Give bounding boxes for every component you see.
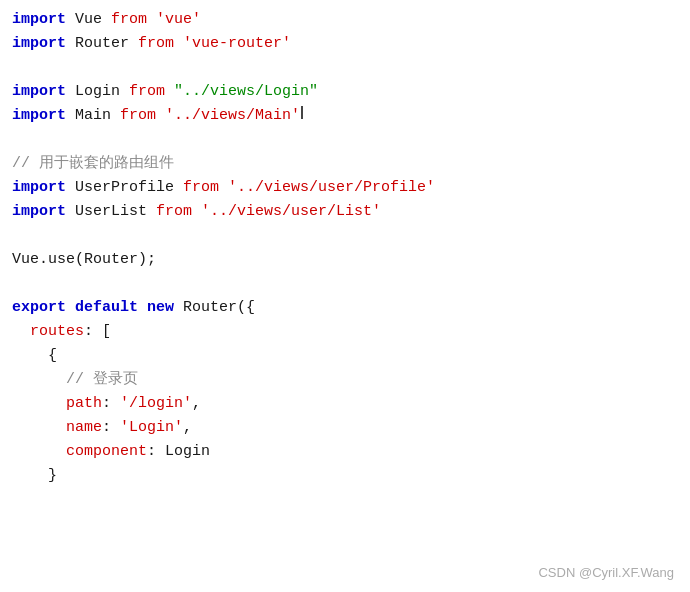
watermark: CSDN @Cyril.XF.Wang: [538, 563, 674, 584]
token: [138, 296, 147, 320]
token: routes: [30, 320, 84, 344]
token: from: [111, 8, 147, 32]
token: import: [12, 32, 66, 56]
token: '../views/Main': [165, 104, 300, 128]
token: [147, 8, 156, 32]
token: component: [66, 440, 147, 464]
token: '/login': [120, 392, 192, 416]
token: path: [66, 392, 102, 416]
code-line: import Login from "../views/Login": [12, 80, 690, 104]
token: : [: [84, 320, 111, 344]
code-line: import Main from '../views/Main': [12, 104, 690, 128]
token: Router({: [174, 296, 255, 320]
token: [12, 440, 66, 464]
code-line: // 用于嵌套的路由组件: [12, 152, 690, 176]
token: UserProfile: [66, 176, 183, 200]
code-line: {: [12, 344, 690, 368]
token: );: [138, 248, 156, 272]
token: from: [156, 200, 192, 224]
token: [219, 176, 228, 200]
token: [192, 200, 201, 224]
code-editor: import Vue from 'vue'import Router from …: [0, 0, 690, 592]
token: export: [12, 296, 66, 320]
code-line: import Vue from 'vue': [12, 8, 690, 32]
token: default: [75, 296, 138, 320]
token: '../views/user/List': [201, 200, 381, 224]
token: [12, 392, 66, 416]
token: [12, 320, 30, 344]
token: ,: [192, 392, 201, 416]
token: [66, 296, 75, 320]
code-line: import UserList from '../views/user/List…: [12, 200, 690, 224]
token: UserList: [66, 200, 156, 224]
token: Login: [66, 80, 129, 104]
code-line: name: 'Login',: [12, 416, 690, 440]
token: Vue: [12, 248, 39, 272]
token: [12, 368, 66, 392]
token: from: [129, 80, 165, 104]
token: Router: [66, 32, 138, 56]
code-line: }: [12, 464, 690, 488]
token: import: [12, 176, 66, 200]
token: name: [66, 416, 102, 440]
token: "../views/Login": [174, 80, 318, 104]
code-line: import Router from 'vue-router': [12, 32, 690, 56]
token: import: [12, 200, 66, 224]
token: :: [102, 416, 120, 440]
token: [156, 104, 165, 128]
code-line: export default new Router({: [12, 296, 690, 320]
token: Router: [84, 248, 138, 272]
token: import: [12, 104, 66, 128]
token: Main: [66, 104, 120, 128]
token: new: [147, 296, 174, 320]
token: from: [120, 104, 156, 128]
code-line: [12, 272, 690, 296]
token: import: [12, 80, 66, 104]
token: [174, 32, 183, 56]
token: [12, 416, 66, 440]
code-line: [12, 224, 690, 248]
token: 'vue-router': [183, 32, 291, 56]
token: 'Login': [120, 416, 183, 440]
token: // 用于嵌套的路由组件: [12, 152, 174, 176]
code-line: Vue.use(Router);: [12, 248, 690, 272]
token: : Login: [147, 440, 210, 464]
token: ,: [183, 416, 192, 440]
code-line: [12, 128, 690, 152]
token: [165, 80, 174, 104]
code-content: import Vue from 'vue'import Router from …: [12, 8, 690, 488]
token: Vue: [66, 8, 111, 32]
code-line: import UserProfile from '../views/user/P…: [12, 176, 690, 200]
code-line: component: Login: [12, 440, 690, 464]
token: }: [12, 464, 57, 488]
token: // 登录页: [66, 368, 138, 392]
token: '../views/user/Profile': [228, 176, 435, 200]
token: 'vue': [156, 8, 201, 32]
text-cursor: [301, 106, 303, 120]
code-line: routes: [: [12, 320, 690, 344]
token: :: [102, 392, 120, 416]
token: .use(: [39, 248, 84, 272]
token: from: [183, 176, 219, 200]
code-line: [12, 56, 690, 80]
token: import: [12, 8, 66, 32]
code-line: // 登录页: [12, 368, 690, 392]
token: {: [12, 344, 57, 368]
token: from: [138, 32, 174, 56]
code-line: path: '/login',: [12, 392, 690, 416]
